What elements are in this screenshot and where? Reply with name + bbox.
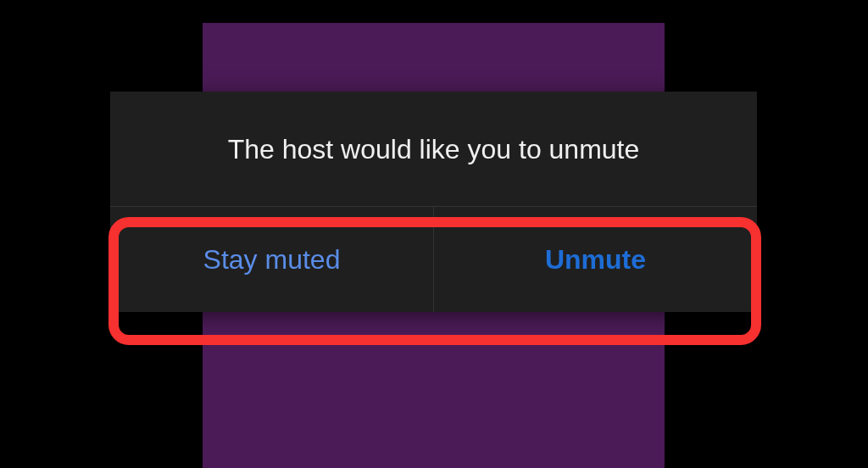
stay-muted-button[interactable]: Stay muted xyxy=(110,207,433,312)
unmute-request-dialog: The host would like you to unmute Stay m… xyxy=(110,92,757,312)
dialog-message: The host would like you to unmute xyxy=(110,92,757,206)
unmute-button[interactable]: Unmute xyxy=(434,207,757,312)
dialog-actions: Stay muted Unmute xyxy=(110,207,757,312)
